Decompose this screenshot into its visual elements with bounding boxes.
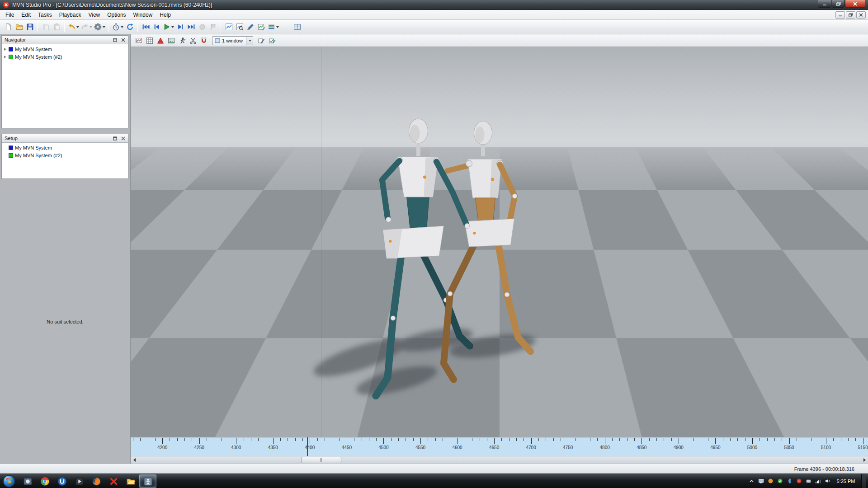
mdi-restore-button[interactable]	[846, 11, 855, 19]
timeline-playhead[interactable]	[307, 437, 308, 456]
delta-warning-button[interactable]	[155, 36, 166, 46]
chart-zoom-button[interactable]	[234, 22, 245, 33]
skip-to-end-button[interactable]	[186, 22, 197, 33]
undo-dropdown-caret[interactable]	[76, 26, 79, 28]
tray-volume-icon[interactable]	[825, 478, 830, 484]
character-button[interactable]	[177, 36, 188, 46]
tray-display-icon[interactable]	[758, 478, 764, 484]
taskbar-explorer-button[interactable]	[122, 474, 139, 488]
tray-bluetooth-icon[interactable]	[787, 478, 793, 484]
tray-update-icon[interactable]	[768, 478, 774, 484]
window-count-dropdown[interactable]	[246, 37, 253, 45]
layers-button[interactable]	[267, 22, 280, 33]
copy-button[interactable]	[40, 22, 51, 33]
chart-edit-button[interactable]	[256, 22, 267, 33]
new-file-button[interactable]	[3, 22, 14, 33]
menu-file[interactable]: File	[2, 10, 18, 20]
menu-help[interactable]: Help	[156, 10, 175, 20]
runner-icon	[179, 37, 186, 44]
window-restore-button[interactable]	[832, 0, 844, 8]
red-triangle-icon	[157, 37, 164, 44]
viewport-3d[interactable]	[131, 47, 868, 437]
chart-view-button[interactable]	[223, 22, 234, 33]
mdi-close-button[interactable]	[856, 11, 866, 19]
scroll-right-button[interactable]	[861, 456, 868, 464]
step-back-button[interactable]	[151, 22, 162, 33]
expander-icon[interactable]	[4, 56, 6, 58]
settings-gear-button[interactable]	[93, 22, 106, 33]
marker-button[interactable]	[208, 22, 218, 33]
undo-button[interactable]	[67, 22, 80, 33]
menu-edit[interactable]: Edit	[18, 10, 34, 20]
setup-panel-header[interactable]: Setup	[2, 134, 128, 143]
tray-network-icon[interactable]	[815, 478, 821, 484]
navigator-item-system-2[interactable]: My MVN System (#2)	[2, 53, 128, 61]
magnet-button[interactable]	[198, 36, 209, 46]
menu-playback[interactable]: Playback	[56, 10, 85, 20]
tray-expand-icon[interactable]	[749, 478, 755, 484]
taskbar-player-button[interactable]	[71, 474, 88, 488]
mdi-minimize-button[interactable]	[835, 11, 845, 19]
system-tray: 5:25 PM	[749, 474, 868, 488]
scrollbar-thumb[interactable]	[302, 457, 341, 463]
show-desktop-button[interactable]	[861, 474, 866, 488]
timeline-ruler[interactable]: 4200425043004350440044504500455046004650…	[131, 437, 868, 456]
step-forward-button[interactable]	[175, 22, 186, 33]
taskbar-u-app-button[interactable]	[53, 474, 71, 488]
taskbar-app-1-button[interactable]	[19, 474, 36, 488]
cut-button[interactable]	[188, 36, 198, 46]
snapshot-button[interactable]	[166, 36, 177, 46]
navigator-panel-header[interactable]: Navigator	[2, 36, 128, 44]
open-file-button[interactable]	[14, 22, 24, 33]
play-dropdown-caret[interactable]	[171, 26, 174, 28]
menu-tasks[interactable]: Tasks	[34, 10, 56, 20]
setup-close-button[interactable]	[119, 135, 127, 141]
expander-icon[interactable]	[4, 48, 6, 51]
tray-device-icon[interactable]	[806, 478, 811, 484]
paste-button[interactable]	[51, 22, 62, 33]
menu-view[interactable]: View	[85, 10, 104, 20]
redo-dropdown-caret[interactable]	[90, 26, 92, 28]
tray-status-icon[interactable]	[796, 478, 802, 484]
skip-to-start-button[interactable]	[140, 22, 151, 33]
window-count-combo[interactable]: 1 window	[212, 36, 253, 45]
window-minimize-button[interactable]	[818, 0, 831, 8]
start-button[interactable]	[3, 475, 15, 488]
record-button[interactable]	[197, 22, 208, 33]
titlebar[interactable]: MVN Studio Pro - [C:\Users\Demo\Document…	[0, 0, 868, 10]
frame-label: 4800	[600, 445, 610, 450]
timer-button[interactable]	[111, 22, 124, 33]
setup-item-system-1[interactable]: My MVN System	[2, 144, 128, 151]
grid-toggle-button[interactable]	[144, 36, 155, 46]
reset-loop-button[interactable]	[124, 22, 135, 33]
menu-window[interactable]: Window	[130, 10, 156, 20]
navigator-close-button[interactable]	[119, 37, 127, 43]
window-close-button[interactable]	[845, 0, 865, 8]
window-layout-button[interactable]	[292, 22, 302, 33]
play-button[interactable]	[162, 22, 175, 33]
overlay-edit-button-2[interactable]	[267, 36, 278, 46]
navigator-item-system-1[interactable]: My MVN System	[2, 45, 128, 53]
setup-float-button[interactable]	[111, 135, 118, 141]
annotate-pen-button[interactable]	[245, 22, 256, 33]
grid-icon	[146, 37, 153, 44]
tray-safety-icon[interactable]	[777, 478, 783, 484]
layers-dropdown-caret[interactable]	[276, 26, 279, 28]
menu-options[interactable]: Options	[104, 10, 129, 20]
timer-dropdown-caret[interactable]	[121, 26, 123, 28]
taskbar-browser-button[interactable]	[36, 474, 53, 488]
timeline-scrollbar[interactable]	[131, 456, 868, 464]
scroll-left-button[interactable]	[131, 456, 138, 464]
gear-dropdown-caret[interactable]	[103, 26, 105, 28]
taskbar-mvn-studio-button[interactable]	[139, 474, 156, 488]
navigator-float-button[interactable]	[111, 37, 118, 43]
overlay-edit-button-1[interactable]	[256, 36, 267, 46]
taskbar-xsens-button[interactable]	[105, 474, 122, 488]
frame-label: 4200	[157, 445, 167, 450]
taskbar-firefox-button[interactable]	[88, 474, 105, 488]
scene-view-button[interactable]	[133, 36, 144, 46]
setup-item-system-2[interactable]: My MVN System (#2)	[2, 151, 128, 159]
save-button[interactable]	[24, 22, 35, 33]
redo-button[interactable]	[80, 22, 93, 33]
taskbar-clock[interactable]: 5:25 PM	[834, 479, 858, 484]
